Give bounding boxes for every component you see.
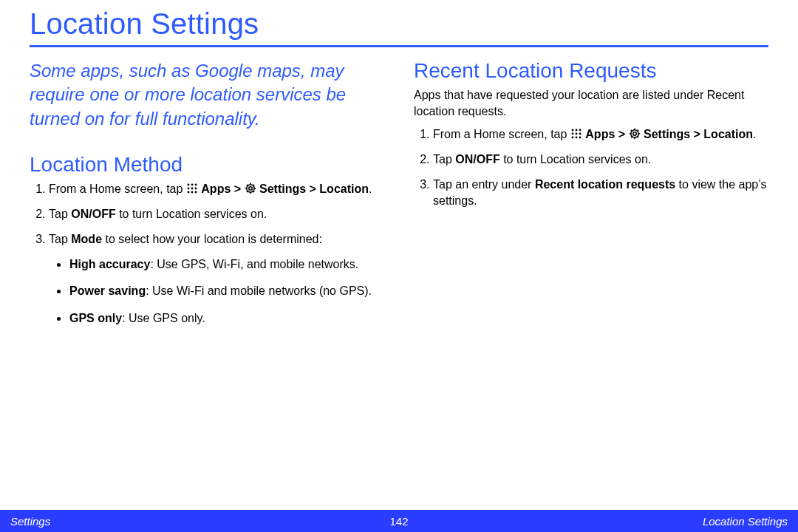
step-item: From a Home screen, tap Apps > Settings …	[433, 126, 768, 143]
text-bold: Recent location requests	[535, 178, 675, 191]
text-bold: GPS only	[69, 312, 122, 324]
list-item: Power saving: Use Wi-Fi and mobile netwo…	[69, 282, 384, 299]
svg-point-20	[575, 129, 577, 132]
text-fragment: Tap	[49, 233, 71, 245]
svg-point-27	[579, 137, 581, 139]
steps-list-recent-requests: From a Home screen, tap Apps > Settings …	[414, 126, 768, 209]
step-item: From a Home screen, tap Apps > Settings …	[49, 181, 384, 197]
intro-paragraph: Some apps, such as Google maps, may requ…	[30, 59, 384, 131]
settings-gear-icon	[245, 183, 256, 194]
step-item: Tap an entry under Recent location reque…	[433, 177, 768, 209]
svg-point-5	[194, 188, 197, 190]
svg-point-22	[571, 133, 573, 135]
text-fragment: From a Home screen, tap	[433, 128, 570, 140]
svg-point-29	[632, 132, 635, 135]
lead-paragraph: Apps that have requested your location a…	[414, 87, 768, 119]
two-column-layout: Some apps, such as Google maps, may requ…	[30, 59, 768, 335]
svg-line-17	[246, 191, 247, 192]
text-fragment: Tap	[433, 153, 455, 166]
text-fragment: From a Home screen, tap	[49, 183, 186, 195]
footer-page-number: 142	[389, 515, 408, 528]
svg-line-15	[246, 185, 247, 185]
svg-point-25	[571, 137, 573, 139]
list-item: GPS only: Use GPS only.	[69, 309, 384, 327]
svg-point-3	[187, 188, 189, 190]
text-bold: Settings > Location	[259, 183, 369, 195]
text-fragment: .	[369, 183, 372, 195]
title-rule	[30, 45, 768, 47]
step-item: Tap ON/OFF to turn Location services on.	[49, 206, 384, 222]
svg-point-9	[246, 185, 253, 192]
svg-point-23	[575, 133, 577, 135]
settings-gear-icon	[629, 128, 641, 140]
svg-point-26	[575, 137, 577, 139]
svg-point-8	[194, 191, 197, 194]
text-fragment: .	[753, 128, 756, 140]
step-item: Tap Mode to select how your location is …	[49, 231, 384, 326]
svg-point-21	[579, 129, 581, 132]
text-bold: High accuracy	[69, 258, 150, 270]
svg-line-36	[630, 137, 631, 137]
svg-point-7	[191, 191, 193, 194]
manual-page: Location Settings Some apps, such as Goo…	[0, 0, 798, 532]
svg-point-6	[187, 191, 189, 194]
step-text: From a Home screen, tap Apps > Settings …	[433, 128, 756, 140]
section-heading-recent-requests: Recent Location Requests	[414, 59, 768, 83]
text-bold: ON/OFF	[455, 153, 499, 166]
svg-line-34	[630, 130, 631, 131]
text-bold: Mode	[71, 233, 102, 245]
text-bold: ON/OFF	[71, 208, 115, 220]
apps-grid-icon	[570, 128, 582, 140]
svg-point-1	[191, 184, 193, 186]
list-item: High accuracy: Use GPS, Wi-Fi, and mobil…	[69, 255, 384, 273]
svg-point-24	[579, 133, 581, 135]
text-bold: Settings > Location	[644, 128, 753, 140]
svg-point-28	[630, 130, 638, 137]
svg-line-16	[253, 191, 253, 192]
steps-list-location-method: From a Home screen, tap Apps > Settings …	[30, 181, 384, 326]
text-fragment: to turn Location services on.	[116, 208, 267, 220]
step-item: Tap ON/OFF to turn Location services on.	[433, 151, 768, 168]
text-bold: Apps >	[585, 128, 628, 140]
text-fragment: Tap	[49, 208, 71, 220]
svg-point-0	[187, 184, 189, 186]
text-fragment: : Use GPS, Wi-Fi, and mobile networks.	[150, 258, 358, 270]
svg-point-4	[191, 188, 193, 190]
svg-point-2	[194, 184, 197, 186]
text-fragment: : Use GPS only.	[122, 312, 205, 324]
content-area: Location Settings Some apps, such as Goo…	[0, 0, 798, 335]
svg-line-18	[253, 185, 253, 185]
right-column: Recent Location Requests Apps that have …	[414, 59, 768, 335]
page-footer: Settings 142 Location Settings	[0, 510, 798, 532]
text-fragment: to turn Location services on.	[500, 153, 652, 166]
left-column: Some apps, such as Google maps, may requ…	[30, 59, 384, 335]
svg-line-37	[637, 130, 638, 131]
text-bold: Power saving	[69, 284, 146, 297]
text-fragment: : Use Wi-Fi and mobile networks (no GPS)…	[146, 284, 372, 297]
footer-left: Settings	[10, 515, 50, 528]
footer-right: Location Settings	[703, 515, 788, 528]
apps-grid-icon	[186, 183, 198, 194]
mode-options-list: High accuracy: Use GPS, Wi-Fi, and mobil…	[49, 255, 384, 326]
text-fragment: Tap an entry under	[433, 178, 535, 191]
svg-point-10	[248, 187, 251, 190]
svg-line-35	[637, 137, 638, 137]
page-title: Location Settings	[30, 7, 768, 41]
text-bold: Apps >	[201, 183, 244, 195]
step-text: From a Home screen, tap Apps > Settings …	[49, 183, 372, 195]
text-fragment: to select how your location is determine…	[102, 233, 322, 245]
svg-point-19	[571, 129, 573, 132]
section-heading-location-method: Location Method	[30, 153, 384, 177]
